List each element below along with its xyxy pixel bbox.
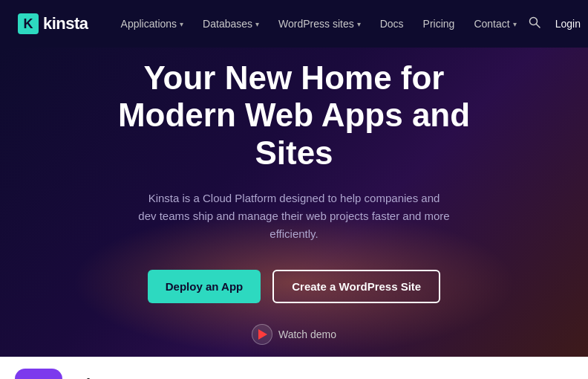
hero-subtitle: Kinsta is a Cloud Platform designed to h… <box>138 190 450 243</box>
chevron-down-icon: ▾ <box>357 20 361 28</box>
footer-app-icon: K <box>15 369 62 380</box>
watch-demo-button[interactable]: Watch demo <box>252 324 336 345</box>
logo-icon: K <box>18 13 39 34</box>
hero-section: Your New Home for Modern Web Apps and Si… <box>0 48 588 357</box>
svg-line-1 <box>536 25 540 28</box>
nav-item-wordpress[interactable]: WordPress sites ▾ <box>270 0 370 48</box>
create-wordpress-button[interactable]: Create a WordPress Site <box>272 270 440 303</box>
play-icon <box>252 324 272 345</box>
watch-demo-label: Watch demo <box>278 328 336 340</box>
footer-bar: K Kinsta The First Host To Utilize Googl… <box>0 357 588 379</box>
nav-item-docs[interactable]: Docs <box>371 0 413 48</box>
chevron-down-icon: ▾ <box>255 20 259 28</box>
nav-item-contact[interactable]: Contact ▾ <box>465 0 525 48</box>
hero-buttons: Deploy an App Create a WordPress Site <box>148 270 440 303</box>
logo[interactable]: K kinsta <box>18 13 88 34</box>
hero-title: Your New Home for Modern Web Apps and Si… <box>86 59 502 172</box>
footer-text-block: Kinsta The First Host To Utilize Google … <box>74 375 507 380</box>
search-icon[interactable] <box>526 13 543 34</box>
nav-links: Applications ▾ Databases ▾ WordPress sit… <box>112 0 526 48</box>
nav-actions: Login Sign Up <box>526 4 588 43</box>
chevron-down-icon: ▾ <box>513 20 517 28</box>
chevron-down-icon: ▾ <box>180 20 183 28</box>
nav-item-pricing[interactable]: Pricing <box>414 0 464 48</box>
nav-item-databases[interactable]: Databases ▾ <box>194 0 268 48</box>
login-button[interactable]: Login <box>555 18 581 30</box>
footer-app-title: Kinsta <box>74 375 507 380</box>
navbar: K kinsta Applications ▾ Databases ▾ Word… <box>0 0 588 48</box>
play-triangle <box>258 329 267 340</box>
nav-item-applications[interactable]: Applications ▾ <box>112 0 193 48</box>
deploy-app-button[interactable]: Deploy an App <box>148 270 261 303</box>
logo-text: kinsta <box>43 14 88 33</box>
